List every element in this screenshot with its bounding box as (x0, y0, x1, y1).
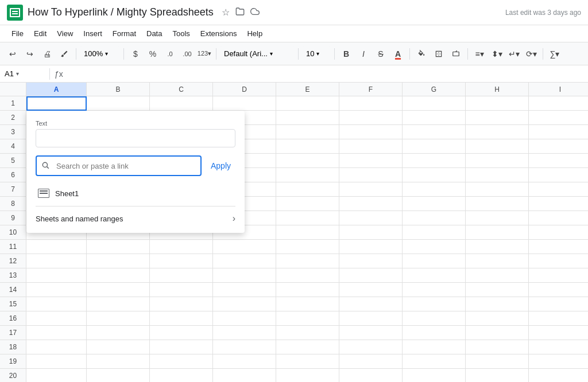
font-size-select[interactable]: 10 ▾ (302, 46, 331, 61)
popup-text-input[interactable] (36, 129, 235, 147)
sheet-name: Sheet1 (55, 189, 79, 198)
separator (467, 48, 468, 60)
separator (298, 48, 299, 60)
cell-a1[interactable] (26, 96, 87, 111)
merge-cells-button[interactable] (448, 46, 464, 62)
cell-c1[interactable] (150, 96, 213, 111)
table-row: 1 (0, 96, 588, 111)
popup-link-row: Apply (36, 155, 235, 176)
svg-line-1 (47, 166, 49, 168)
title-icons: ☆ (222, 7, 260, 18)
text-rotation-button[interactable]: ⟳▾ (523, 46, 539, 62)
separator (543, 48, 543, 60)
formula-divider (49, 68, 50, 80)
currency-button[interactable]: $ (127, 46, 144, 62)
row-num-1: 1 (0, 96, 26, 111)
sheets-named-ranges-button[interactable]: Sheets and named ranges › (36, 206, 235, 224)
zoom-select[interactable]: 100% ▾ (80, 46, 120, 61)
separator (123, 48, 124, 60)
title-bar: How To Hyperlink / Mighty Spreadsheets ☆… (0, 0, 588, 25)
popup-text-section: Text (36, 120, 235, 147)
last-edit-text: Last edit was 3 days ago (505, 9, 581, 17)
table-row: 12 (0, 254, 588, 268)
undo-button[interactable]: ↩ (5, 46, 21, 62)
menu-insert[interactable]: Insert (79, 27, 107, 40)
redo-button[interactable]: ↪ (22, 46, 38, 62)
col-header-a[interactable]: A (26, 83, 87, 96)
percent-button[interactable]: % (145, 46, 161, 62)
formula-bar: A1 ▾ ƒx (0, 65, 588, 83)
toolbar: ↩ ↪ 🖨 100% ▾ $ % .0 .00 123▾ Default (Ar… (0, 42, 588, 65)
col-header-g[interactable]: G (403, 83, 466, 96)
paint-format-button[interactable] (56, 46, 72, 62)
cell-b1[interactable] (87, 96, 150, 111)
separator (216, 48, 216, 60)
table-row: 18 (0, 340, 588, 354)
grid-body: 1 2 3 4 5 6 7 8 9 10 11 12 13 14 15 16 1… (0, 96, 588, 382)
cell-e1[interactable] (276, 96, 339, 111)
table-row: 17 (0, 326, 588, 340)
col-header-b[interactable]: B (87, 83, 150, 96)
text-color-button[interactable]: A (390, 46, 406, 62)
link-search-input[interactable] (36, 155, 202, 176)
menu-format[interactable]: Format (108, 27, 141, 40)
borders-button[interactable] (431, 46, 447, 62)
bold-button[interactable]: B (338, 46, 354, 62)
hyperlink-popup: Text Apply Sheet1 (26, 111, 245, 233)
table-row: 11 (0, 240, 588, 254)
menu-data[interactable]: Data (142, 27, 167, 40)
footer-label: Sheets and named ranges (36, 215, 123, 223)
function-icon[interactable]: ƒx (55, 69, 63, 79)
menu-extensions[interactable]: Extensions (196, 27, 242, 40)
decimal-decrease-button[interactable]: .0 (162, 46, 178, 62)
table-row: 20 (0, 369, 588, 382)
star-icon[interactable]: ☆ (222, 7, 230, 18)
sheet-container: A B C D E F G H I 1 2 3 4 5 6 7 8 9 (0, 83, 588, 382)
fill-color-button[interactable] (413, 46, 430, 62)
cell-h1[interactable] (466, 96, 529, 111)
corner-cell (0, 83, 26, 96)
cloud-icon[interactable] (250, 7, 260, 18)
search-icon (41, 161, 49, 171)
table-row: 13 (0, 268, 588, 283)
text-wrap-button[interactable]: ↵▾ (506, 46, 522, 62)
menu-help[interactable]: Help (242, 27, 267, 40)
col-header-f[interactable]: F (339, 83, 403, 96)
font-family-select[interactable]: Default (Ari... ▾ (220, 46, 295, 61)
sheet-icon (38, 189, 49, 198)
format-type-button[interactable]: 123▾ (196, 46, 212, 62)
separator (76, 48, 76, 60)
cell-f1[interactable] (339, 96, 403, 111)
chevron-right-icon: › (233, 213, 235, 224)
col-header-e[interactable]: E (276, 83, 339, 96)
print-button[interactable]: 🖨 (39, 46, 55, 62)
col-header-c[interactable]: C (150, 83, 213, 96)
align-button[interactable]: ≡▾ (471, 46, 488, 62)
sheet-item[interactable]: Sheet1 (36, 185, 235, 201)
separator (334, 48, 335, 60)
menu-tools[interactable]: Tools (168, 27, 194, 40)
cell-g1[interactable] (403, 96, 466, 111)
document-title[interactable]: How To Hyperlink / Mighty Spreadsheets (28, 6, 214, 18)
vertical-align-button[interactable]: ⬍▾ (489, 46, 505, 62)
folder-icon[interactable] (235, 7, 245, 18)
col-header-d[interactable]: D (213, 83, 276, 96)
col-header-i[interactable]: I (529, 83, 588, 96)
column-headers: A B C D E F G H I (0, 83, 588, 96)
formula-input[interactable] (68, 69, 583, 78)
table-row: 16 (0, 311, 588, 326)
italic-button[interactable]: I (355, 46, 372, 62)
cell-reference[interactable]: A1 ▾ (5, 69, 45, 78)
strikethrough-button[interactable]: S (373, 46, 389, 62)
table-row: 19 (0, 354, 588, 369)
col-header-h[interactable]: H (466, 83, 529, 96)
decimal-increase-button[interactable]: .00 (179, 46, 195, 62)
menu-file[interactable]: File (7, 27, 28, 40)
menu-edit[interactable]: Edit (29, 27, 51, 40)
popup-text-label: Text (36, 120, 235, 127)
cell-d1[interactable] (213, 96, 276, 111)
apply-button[interactable]: Apply (206, 159, 235, 173)
cell-i1[interactable] (529, 96, 588, 111)
menu-view[interactable]: View (52, 27, 78, 40)
functions-button[interactable]: ∑▾ (547, 46, 563, 62)
